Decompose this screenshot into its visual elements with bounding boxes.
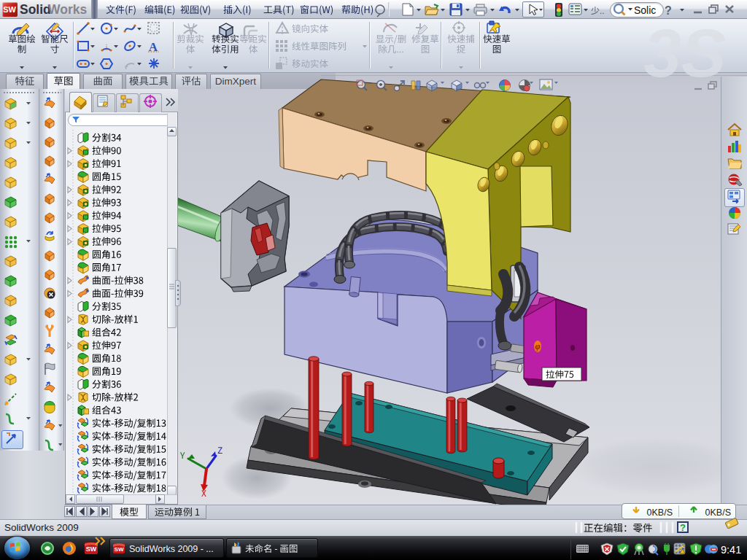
svg-text:φ: φ <box>535 341 540 351</box>
